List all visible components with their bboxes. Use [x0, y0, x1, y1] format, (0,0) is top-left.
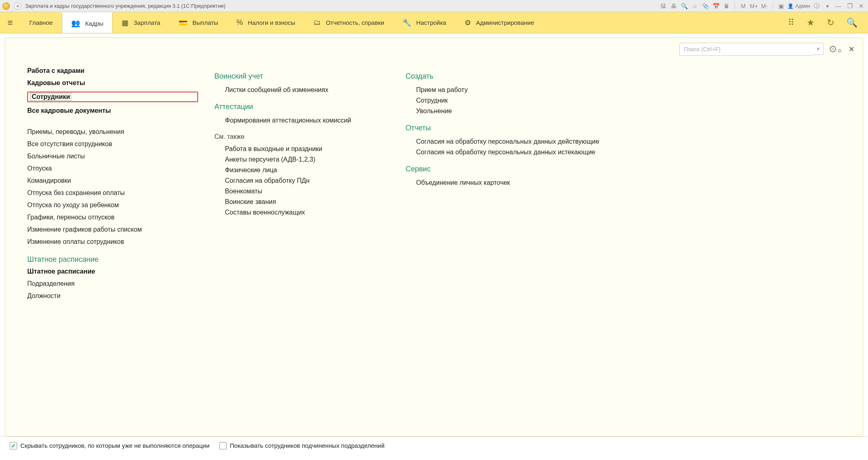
gear-icon: ⚙ — [465, 18, 471, 27]
military-heading: Воинский учет — [214, 72, 389, 81]
service-heading: Сервис — [406, 165, 633, 173]
section-zarplata-label: Зарплата — [133, 19, 160, 26]
section-otchetnost-label: Отчетность, справки — [326, 19, 384, 26]
col1-flat-link-5[interactable]: Отпуска без сохранения оплаты — [27, 189, 198, 197]
section-nastroyka-label: Настройка — [416, 19, 446, 26]
window-title: Зарплата и кадры государственного учрежд… — [25, 3, 226, 9]
section-main-label: Главное — [29, 19, 52, 26]
tb-search-icon[interactable]: 🔍 — [680, 2, 688, 10]
nav-back-icon[interactable]: ◂ — [14, 2, 21, 10]
titlebar-toolbar: 🖫 🖶 🔍 ☆ 📎 📅 🖩 M M+ M- ▣ 👤 Админ ⓘ ▾ — ❐ … — [659, 2, 866, 10]
col2-military-link-0[interactable]: Листки сообщений об изменениях — [225, 86, 389, 94]
global-search-icon[interactable]: 🔍 — [844, 16, 860, 30]
section-nalogi[interactable]: % Налоги и взносы — [227, 12, 305, 33]
tb-calc-icon[interactable]: 🖩 — [722, 2, 731, 10]
show-nested-checkbox[interactable]: Показывать сотрудников подчиненных подра… — [219, 442, 384, 449]
col1-top-link-1[interactable]: Кадровые отчеты — [27, 79, 198, 87]
tb-m-icon[interactable]: M — [739, 2, 747, 10]
show-nested-label: Показывать сотрудников подчиненных подра… — [230, 442, 384, 449]
tb-info-icon[interactable]: ⓘ — [813, 2, 821, 10]
col3-create-link-1[interactable]: Сотрудник — [416, 97, 633, 104]
column-2: Воинский учет Листки сообщений об измене… — [214, 65, 389, 428]
create-heading: Создать — [406, 72, 633, 81]
col3-create-link-2[interactable]: Увольнение — [416, 107, 633, 115]
col1-flat-link-6[interactable]: Отпуска по уходу за ребенком — [27, 202, 198, 209]
user-icon: 👤 — [787, 3, 794, 9]
col1-top-link-0[interactable]: Работа с кадрами — [27, 67, 198, 74]
tb-mplus-icon[interactable]: M+ — [750, 2, 758, 10]
section-kadry-label: Кадры — [85, 20, 103, 27]
col1-flat-link-8[interactable]: Изменение графиков работы списком — [27, 226, 198, 233]
bottom-bar: Скрывать сотрудников, по которым уже не … — [0, 436, 868, 454]
section-nastroyka[interactable]: 🔧 Настройка — [393, 12, 456, 33]
section-bar: ≡ Главное 👥 Кадры ▦ Зарплата 💳 Выплаты %… — [0, 12, 868, 33]
content-columns: Работа с кадрамиКадровые отчетыСотрудник… — [5, 61, 863, 436]
section-admin[interactable]: ⚙ Администрирование — [456, 12, 543, 33]
search-clear-button[interactable]: × — [813, 43, 824, 55]
tb-calendar-icon[interactable]: 📅 — [712, 2, 720, 10]
staffing-heading: Штатное расписание — [27, 255, 198, 264]
col1-staff-link-1[interactable]: Должности — [27, 292, 198, 300]
staffing-strong-link[interactable]: Штатное расписание — [27, 268, 198, 275]
hide-retired-label: Скрывать сотрудников, по которым уже не … — [20, 442, 209, 449]
col2-seealso-link-3[interactable]: Согласия на обработку ПДн — [225, 177, 389, 184]
col1-flat-link-3[interactable]: Отпуска — [27, 165, 198, 172]
col2-seealso-link-6[interactable]: Составы военнослужащих — [225, 209, 389, 216]
col3-reports-link-0[interactable]: Согласия на обработку персональных данны… — [416, 138, 633, 145]
user-label: Админ — [795, 3, 810, 9]
col3-create-link-0[interactable]: Прием на работу — [416, 86, 633, 94]
col2-seealso-link-2[interactable]: Физические лица — [225, 166, 389, 174]
people-icon: 👥 — [71, 19, 80, 28]
col2-seealso-link-1[interactable]: Анкеты персучета (АДВ-1,2,3) — [225, 156, 389, 163]
page-toolbar: × ⚙⚙ ✕ — [5, 38, 863, 61]
col1-flat-link-1[interactable]: Все отсутствия сотрудников — [27, 140, 198, 148]
tb-panel-icon[interactable]: ▣ — [777, 2, 785, 10]
percent-icon: % — [236, 18, 243, 27]
favorite-star-icon[interactable]: ★ — [804, 16, 817, 30]
col1-flat-link-9[interactable]: Изменение оплаты сотрудников — [27, 238, 198, 245]
user-chip[interactable]: 👤 Админ — [787, 3, 810, 9]
tb-star-icon[interactable]: ☆ — [691, 2, 699, 10]
col1-top-link-3[interactable]: Все кадровые документы — [27, 107, 198, 114]
col1-staff-link-0[interactable]: Подразделения — [27, 280, 198, 287]
col1-flat-link-4[interactable]: Командировки — [27, 177, 198, 184]
section-main[interactable]: Главное — [20, 12, 62, 33]
tb-dropdown-icon[interactable]: ▾ — [823, 2, 831, 10]
wrench-icon: 🔧 — [402, 18, 411, 27]
checkbox-checked-icon — [10, 442, 17, 449]
col2-seealso-link-0[interactable]: Работа в выходные и праздники — [225, 145, 389, 153]
col2-attest-link-0[interactable]: Формирования аттестационных комиссий — [225, 117, 389, 124]
window-close-button[interactable]: ✕ — [857, 2, 866, 10]
section-otchetnost[interactable]: 🗂 Отчетность, справки — [305, 12, 393, 33]
col3-reports-link-1[interactable]: Согласия на обработку персональных данны… — [416, 149, 633, 156]
window-restore-button[interactable]: ❐ — [845, 2, 854, 10]
col2-seealso-link-4[interactable]: Военкоматы — [225, 188, 389, 195]
menu-hamburger-icon[interactable]: ≡ — [0, 12, 20, 33]
col1-top-link-2[interactable]: Сотрудники — [27, 92, 198, 102]
section-right-tools: ⠿ ★ ↻ 🔍 — [785, 12, 868, 33]
col1-flat-link-2[interactable]: Больничные листы — [27, 153, 198, 160]
column-3: Создать Прием на работуСотрудникУвольнен… — [406, 65, 633, 428]
col3-service-link-0[interactable]: Объединение личных карточек — [416, 179, 633, 186]
section-kadry[interactable]: 👥 Кадры — [62, 12, 113, 33]
page-close-button[interactable]: ✕ — [847, 43, 856, 55]
tb-print-icon[interactable]: 🖶 — [670, 2, 678, 10]
history-icon[interactable]: ↻ — [824, 16, 837, 30]
page-search-input[interactable] — [679, 43, 813, 56]
col1-flat-link-0[interactable]: Приемы, переводы, увольнения — [27, 128, 198, 136]
window-titlebar: ◂ Зарплата и кадры государственного учре… — [0, 0, 868, 12]
section-admin-label: Администрирование — [476, 19, 534, 26]
apps-icon[interactable]: ⠿ — [785, 16, 797, 30]
section-zarplata[interactable]: ▦ Зарплата — [113, 12, 170, 33]
hide-retired-checkbox[interactable]: Скрывать сотрудников, по которым уже не … — [10, 442, 209, 449]
tb-clip-icon[interactable]: 📎 — [701, 2, 709, 10]
archive-icon: 🗂 — [314, 18, 321, 27]
tb-mminus-icon[interactable]: M- — [760, 2, 768, 10]
tb-save-icon[interactable]: 🖫 — [659, 2, 667, 10]
reports-heading: Отчеты — [406, 124, 633, 132]
section-vyplaty[interactable]: 💳 Выплаты — [170, 12, 227, 33]
page-settings-gear-icon[interactable]: ⚙⚙ — [829, 44, 842, 55]
window-minimize-button[interactable]: — — [834, 2, 843, 9]
col1-flat-link-7[interactable]: Графики, переносы отпусков — [27, 214, 198, 221]
col2-seealso-link-5[interactable]: Воинские звания — [225, 198, 389, 206]
